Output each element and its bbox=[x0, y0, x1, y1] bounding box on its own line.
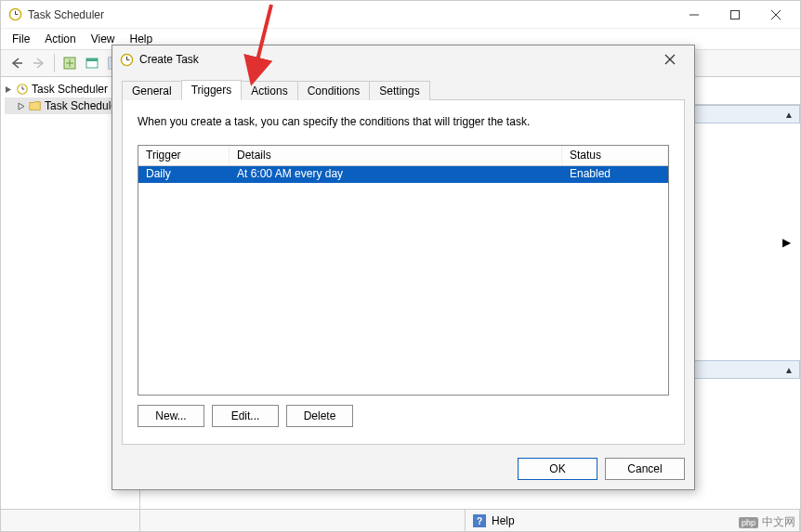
trigger-cell-name: Daily bbox=[138, 166, 230, 183]
triggers-list[interactable]: Trigger Details Status Daily At 6:00 AM … bbox=[138, 145, 669, 396]
tab-conditions[interactable]: Conditions bbox=[297, 81, 371, 100]
collapse-icon[interactable] bbox=[5, 85, 13, 94]
cancel-button[interactable]: Cancel bbox=[605, 458, 685, 480]
trigger-cell-details: At 6:00 AM every day bbox=[230, 166, 562, 183]
triggers-button-row: New... Edit... Delete bbox=[138, 405, 669, 427]
watermark: php 中文网 bbox=[739, 514, 795, 530]
dialog-footer: OK Cancel bbox=[122, 458, 685, 480]
help-icon: ? bbox=[473, 514, 486, 527]
menu-file[interactable]: File bbox=[5, 31, 37, 47]
dialog-close-button[interactable] bbox=[653, 47, 687, 71]
expand-right-icon[interactable]: ▶ bbox=[782, 236, 791, 249]
dialog-title: Create Task bbox=[139, 53, 653, 66]
watermark-text: 中文网 bbox=[762, 514, 795, 530]
tree-library-label: Task Schedule bbox=[45, 99, 117, 112]
delete-button[interactable]: Delete bbox=[286, 405, 353, 427]
main-titlebar: Task Scheduler bbox=[1, 1, 800, 29]
status-help-label: Help bbox=[492, 514, 515, 527]
close-icon bbox=[664, 54, 676, 65]
maximize-button[interactable] bbox=[715, 2, 755, 28]
ok-button[interactable]: OK bbox=[518, 458, 597, 480]
watermark-php: php bbox=[739, 517, 758, 528]
tab-actions[interactable]: Actions bbox=[241, 81, 297, 100]
trigger-cell-status: Enabled bbox=[562, 166, 668, 183]
toolbar-btn-1[interactable] bbox=[59, 53, 80, 73]
folder-icon bbox=[29, 99, 42, 112]
tab-settings[interactable]: Settings bbox=[369, 81, 429, 100]
toolbar-separator bbox=[54, 54, 55, 72]
menu-action[interactable]: Action bbox=[37, 31, 83, 47]
minimize-button[interactable] bbox=[674, 2, 715, 28]
status-cell-1 bbox=[1, 510, 140, 531]
forward-button[interactable] bbox=[29, 53, 49, 73]
task-scheduler-icon bbox=[8, 7, 22, 21]
toolbar-btn-2[interactable] bbox=[82, 53, 102, 73]
expand-icon[interactable] bbox=[18, 102, 26, 110]
col-status[interactable]: Status bbox=[562, 146, 668, 165]
col-trigger[interactable]: Trigger bbox=[138, 146, 230, 165]
dialog-tabs: General Triggers Actions Conditions Sett… bbox=[122, 77, 685, 99]
statusbar: ? Help bbox=[1, 509, 800, 531]
tab-general[interactable]: General bbox=[122, 81, 182, 100]
svg-text:?: ? bbox=[477, 516, 482, 526]
col-details[interactable]: Details bbox=[230, 146, 562, 165]
trigger-row[interactable]: Daily At 6:00 AM every day Enabled bbox=[138, 166, 668, 183]
scroll-up-icon: ▲ bbox=[784, 110, 794, 120]
create-task-dialog: Create Task General Triggers Actions Con… bbox=[112, 45, 695, 490]
dialog-titlebar: Create Task bbox=[112, 45, 694, 73]
close-button[interactable] bbox=[755, 2, 796, 28]
task-scheduler-icon bbox=[16, 83, 29, 96]
main-title: Task Scheduler bbox=[28, 8, 674, 21]
back-button[interactable] bbox=[7, 53, 27, 73]
triggers-description: When you create a task, you can specify … bbox=[138, 115, 669, 128]
scroll-up-icon: ▲ bbox=[784, 365, 794, 375]
svg-rect-13 bbox=[86, 58, 98, 61]
new-button[interactable]: New... bbox=[138, 405, 204, 427]
task-scheduler-icon bbox=[120, 53, 134, 67]
tab-triggers[interactable]: Triggers bbox=[181, 80, 243, 100]
triggers-tabpage: When you create a task, you can specify … bbox=[122, 99, 685, 445]
svg-rect-4 bbox=[731, 10, 740, 19]
status-cell-2 bbox=[140, 510, 466, 531]
edit-button[interactable]: Edit... bbox=[212, 405, 279, 427]
triggers-header: Trigger Details Status bbox=[138, 146, 668, 166]
tree-root-label: Task Scheduler (L bbox=[32, 83, 121, 96]
